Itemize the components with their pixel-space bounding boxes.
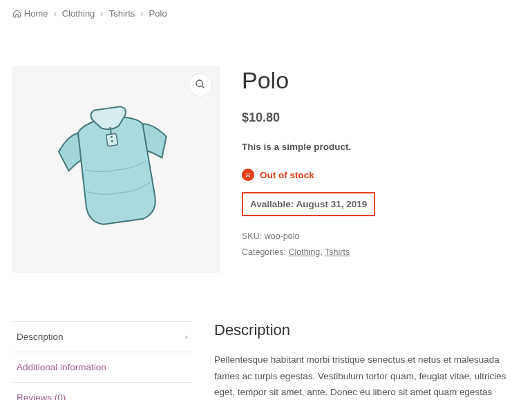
tab-additional-information[interactable]: Additional information (12, 352, 192, 383)
short-description: This is a simple product. (242, 142, 520, 152)
availability-box: Available: August 31, 2019 (242, 192, 375, 216)
svg-point-6 (249, 173, 250, 174)
chevron-right-icon: › (185, 332, 188, 342)
breadcrumb-link[interactable]: Clothing (62, 8, 95, 19)
category-link[interactable]: Tshirts (325, 247, 350, 257)
price-amount: 10.80 (249, 111, 280, 124)
home-icon (12, 8, 24, 19)
stock-status: Out of stock (242, 169, 520, 181)
product-image (44, 93, 189, 245)
chevron-right-icon: › (100, 8, 103, 19)
breadcrumb-current: Polo (149, 8, 167, 19)
product-tabs: Description › Additional information Rev… (0, 273, 532, 400)
category-link[interactable]: Clothing (288, 247, 320, 257)
availability-date: August 31, 2019 (296, 199, 368, 209)
tab-label: Description (17, 332, 64, 342)
product-meta: SKU: woo-polo Categories: Clothing, Tshi… (242, 229, 520, 260)
tab-panel-description: Description Pellentesque habitant morbi … (214, 321, 520, 400)
tab-list: Description › Additional information Rev… (12, 321, 192, 400)
search-icon (195, 79, 206, 92)
product-title: Polo (242, 67, 520, 94)
breadcrumb-home-label: Home (24, 8, 48, 19)
stock-status-text: Out of stock (260, 170, 314, 180)
chevron-right-icon: › (53, 8, 56, 19)
product-gallery (12, 66, 220, 273)
breadcrumb-link[interactable]: Tshirts (109, 8, 135, 19)
panel-body: Pellentesque habitant morbi tristique se… (214, 352, 520, 400)
svg-line-1 (202, 86, 204, 88)
chevron-right-icon: › (140, 8, 143, 19)
tab-description[interactable]: Description › (12, 321, 192, 352)
zoom-button[interactable] (189, 74, 211, 96)
tab-label: Reviews (0) (17, 392, 66, 400)
sad-face-icon (242, 169, 254, 181)
product-main: Polo $10.80 This is a simple product. Ou… (0, 24, 532, 273)
categories-label: Categories: (242, 247, 286, 257)
categories-row: Categories: Clothing, Tshirts (242, 245, 520, 260)
product-price: $10.80 (242, 111, 520, 125)
sku-label: SKU: (242, 231, 262, 241)
breadcrumb-home[interactable]: Home (12, 8, 48, 19)
svg-point-5 (247, 173, 247, 174)
product-summary: Polo $10.80 This is a simple product. Ou… (242, 66, 520, 273)
svg-rect-2 (106, 133, 118, 146)
sku-row: SKU: woo-polo (242, 229, 520, 245)
tab-reviews[interactable]: Reviews (0) (12, 383, 192, 400)
panel-heading: Description (214, 321, 520, 339)
availability-label: Available: (250, 199, 294, 209)
currency-symbol: $ (242, 111, 249, 124)
svg-point-0 (196, 80, 202, 86)
breadcrumb: Home › Clothing › Tshirts › Polo (0, 0, 532, 24)
tab-label: Additional information (17, 362, 106, 372)
sku-value: woo-polo (265, 231, 300, 241)
